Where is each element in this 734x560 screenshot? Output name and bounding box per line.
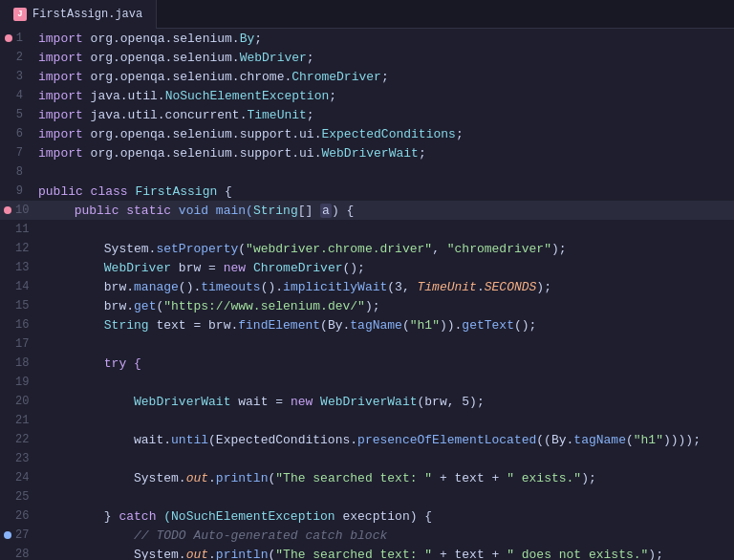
line: 17 [0,334,734,354]
line-number: 26 [0,509,36,523]
line-content [36,452,734,466]
line-number: 5 [0,108,31,121]
line-number: 8 [0,165,31,179]
line-content: try { [36,356,734,371]
line-number: 15 [0,299,36,312]
java-file-icon: J [13,8,27,21]
line: 26 } catch (NoSuchElementException execp… [0,506,734,526]
line: 8 [0,162,734,182]
line: 5import java.util.concurrent.TimeUnit; [0,105,734,124]
line: 14 brw.manage().timeouts().implicitlyWai… [0,277,734,296]
line-content: System.setProperty("webdriver.chrome.dri… [36,242,734,256]
line-number: 11 [0,223,36,236]
line-number: 17 [0,337,36,351]
line: 23 [0,449,734,468]
line-content: } catch (NoSuchElementException execptio… [36,509,734,524]
line: 6import org.openqa.selenium.support.ui.E… [0,124,734,143]
line-number: 22 [0,433,36,446]
line: 20 WebDriverWait wait = new WebDriverWai… [0,392,734,411]
line-content: import java.util.NoSuchElementException; [31,89,734,103]
line-content: String text = brw.findElement(By.tagName… [36,318,734,333]
line-number: 18 [0,356,36,370]
line-content: public static void main(String[] a) { [36,204,734,218]
line-number: 10 [0,204,36,217]
line-content: public class FirstAssign { [31,184,734,199]
line-number: 27 [0,528,36,542]
line-content [36,414,734,428]
line: 9public class FirstAssign { [0,182,734,201]
line-content: wait.until(ExpectedConditions.presenceOf… [36,433,734,447]
tab-bar: J FirstAssign.java [0,0,734,29]
line-content: import org.openqa.selenium.WebDriver; [31,51,734,65]
line-number: 6 [0,127,31,140]
line: 11 [0,220,734,239]
line-number: 19 [0,376,36,389]
breakpoint-indicator [4,206,11,214]
line-content [36,376,734,390]
line-number: 21 [0,414,36,427]
line: 21 [0,411,734,430]
breakpoint-indicator [5,34,12,42]
line: 4import java.util.NoSuchElementException… [0,86,734,105]
line-number: 4 [0,89,31,102]
editor: 1import org.openqa.selenium.By;2import o… [0,29,734,560]
line-content: import org.openqa.selenium.support.ui.We… [31,146,734,161]
tab-label: FirstAssign.java [32,8,142,21]
line-content: // TODO Auto-generated catch block [36,528,734,543]
line-number: 16 [0,318,36,332]
line-number: 24 [0,471,36,485]
line: 16 String text = brw.findElement(By.tagN… [0,315,734,334]
line: 27 // TODO Auto-generated catch block [0,526,734,545]
line-content: brw.manage().timeouts().implicitlyWait(3… [36,280,734,294]
file-tab[interactable]: J FirstAssign.java [0,0,157,29]
line-content: import java.util.concurrent.TimeUnit; [31,108,734,122]
line-number: 9 [0,184,31,198]
line-number: 20 [0,395,36,408]
line-content: System.out.println("The searched text: "… [36,548,734,561]
line: 3import org.openqa.selenium.chrome.Chrom… [0,67,734,86]
line: 25 [0,487,734,506]
breakpoint2-indicator [4,531,11,539]
line-content: import org.openqa.selenium.support.ui.Ex… [31,127,734,141]
line: 10 public static void main(String[] a) { [0,201,734,220]
line-content [36,490,734,505]
line: 15 brw.get("https://www.selenium.dev/"); [0,296,734,315]
line: 7import org.openqa.selenium.support.ui.W… [0,143,734,162]
line-number: 13 [0,261,36,274]
line-content [36,337,734,352]
line-number: 12 [0,242,36,255]
line: 2import org.openqa.selenium.WebDriver; [0,48,734,67]
line: 24 System.out.println("The searched text… [0,468,734,487]
line: 12 System.setProperty("webdriver.chrome.… [0,239,734,258]
line-number: 3 [0,70,31,83]
line: 18 try { [0,354,734,373]
line-content [31,165,734,180]
line-content: import org.openqa.selenium.chrome.Chrome… [31,70,734,84]
line-content: WebDriverWait wait = new WebDriverWait(b… [36,395,734,409]
line-number: 28 [0,548,36,560]
line: 22 wait.until(ExpectedConditions.presenc… [0,430,734,449]
line: 19 [0,373,734,392]
line-content [36,223,734,237]
line-content: import org.openqa.selenium.By; [31,32,734,46]
line-content: brw.get("https://www.selenium.dev/"); [36,299,734,313]
line-number: 14 [0,280,36,293]
line: 1import org.openqa.selenium.By; [0,29,734,48]
line-number: 25 [0,490,36,504]
line-content: System.out.println("The searched text: "… [36,471,734,485]
line-number: 23 [0,452,36,465]
line: 28 System.out.println("The searched text… [0,545,734,560]
line: 13 WebDriver brw = new ChromeDriver(); [0,258,734,277]
line-number: 7 [0,146,31,160]
line-number: 2 [0,51,31,64]
line-content: WebDriver brw = new ChromeDriver(); [36,261,734,275]
line-number: 1 [0,32,31,45]
